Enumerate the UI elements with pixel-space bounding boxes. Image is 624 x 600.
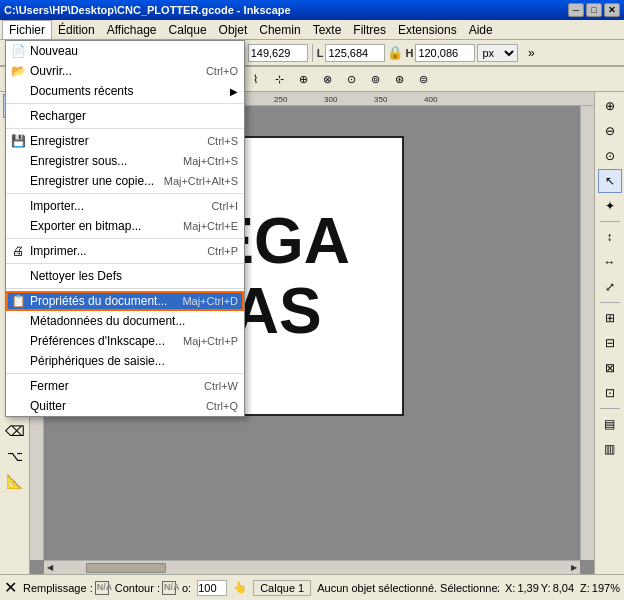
scrollbar-vertical[interactable] — [580, 106, 594, 560]
menu-item-exporter[interactable]: Exporter en bitmap...Maj+Ctrl+E — [6, 216, 244, 236]
menu-item-docs_recents[interactable]: Documents récents▶ — [6, 81, 244, 101]
rt-btn-10[interactable]: ⊟ — [598, 331, 622, 355]
snap-btn-16[interactable]: ⊚ — [364, 69, 386, 89]
title-text: C:\Users\HP\Desktop\CNC_PLOTTER.gcode - … — [4, 4, 291, 16]
snap-btn-17[interactable]: ⊛ — [388, 69, 410, 89]
menu-item-ouvrir[interactable]: 📂Ouvrir...Ctrl+O — [6, 61, 244, 81]
menu-item-metadonnees[interactable]: Métadonnées du document... — [6, 311, 244, 331]
width-input[interactable] — [325, 44, 385, 62]
menu-icon-proprietes: 📋 — [10, 294, 26, 308]
fill-na-text: N/A — [97, 582, 113, 592]
snap-btn-13[interactable]: ⊕ — [292, 69, 314, 89]
menu-affichage[interactable]: Affichage — [101, 21, 163, 39]
opacity-label: o: — [182, 582, 191, 594]
unit-selector[interactable]: px mm cm in — [477, 44, 518, 62]
menu-item-enregistrer_sous[interactable]: Enregistrer sous...Maj+Ctrl+S — [6, 151, 244, 171]
ruler-tick-label: 250 — [274, 95, 287, 104]
scroll-thumb-h[interactable] — [86, 563, 166, 573]
height-input[interactable] — [415, 44, 475, 62]
y-input[interactable] — [248, 44, 308, 62]
rt-btn-4[interactable]: ↖ — [598, 169, 622, 193]
eraser-tool[interactable]: ⌫ — [3, 419, 27, 443]
menu-item-fermer[interactable]: FermerCtrl+W — [6, 376, 244, 396]
menu-item-quitter[interactable]: QuitterCtrl+Q — [6, 396, 244, 416]
menu-item-enregistrer_copie[interactable]: Enregistrer une copie...Maj+Ctrl+Alt+S — [6, 171, 244, 191]
menu-label-enregistrer: Enregistrer — [30, 134, 89, 148]
menu-chemin[interactable]: Chemin — [253, 21, 306, 39]
status-x-label: X: — [505, 582, 515, 594]
ruler-tick-label: 400 — [424, 95, 437, 104]
menu-label-recharger: Recharger — [30, 109, 86, 123]
menu-separator — [6, 238, 244, 239]
rt-btn-11[interactable]: ⊠ — [598, 356, 622, 380]
stroke-swatch[interactable]: N/A — [162, 581, 176, 595]
file-dropdown-menu: 📄Nouveau📂Ouvrir...Ctrl+ODocuments récent… — [5, 40, 245, 417]
rt-btn-14[interactable]: ▥ — [598, 437, 622, 461]
connector-tool[interactable]: ⌥ — [3, 444, 27, 468]
snap-btn-18[interactable]: ⊜ — [412, 69, 434, 89]
menu-item-peripheriques[interactable]: Périphériques de saisie... — [6, 351, 244, 371]
menu-item-importer[interactable]: Importer...Ctrl+I — [6, 196, 244, 216]
fill-swatch[interactable]: N/A — [95, 581, 109, 595]
menu-filtres[interactable]: Filtres — [347, 21, 392, 39]
menu-item-preferences[interactable]: Préférences d'Inkscape...Maj+Ctrl+P — [6, 331, 244, 351]
menu-label-ouvrir: Ouvrir... — [30, 64, 72, 78]
menu-item-recharger[interactable]: Recharger — [6, 106, 244, 126]
scroll-left-arrow[interactable]: ◀ — [44, 562, 56, 573]
rt-btn-13[interactable]: ▤ — [598, 412, 622, 436]
menu-aide[interactable]: Aide — [463, 21, 499, 39]
menu-item-nouveau[interactable]: 📄Nouveau — [6, 41, 244, 61]
opacity-input[interactable] — [197, 580, 227, 596]
rt-btn-9[interactable]: ⊞ — [598, 306, 622, 330]
more-options-button[interactable]: » — [520, 42, 542, 64]
stroke-na-text: N/A — [164, 582, 180, 592]
rt-btn-1[interactable]: ⊕ — [598, 94, 622, 118]
menu-separator — [6, 373, 244, 374]
menu-bar: Fichier Édition Affichage Calque Objet C… — [0, 20, 624, 40]
menu-objet[interactable]: Objet — [213, 21, 254, 39]
close-button[interactable]: ✕ — [604, 3, 620, 17]
menu-item-nettoyer[interactable]: Nettoyer les Defs — [6, 266, 244, 286]
status-bar: ✕ Remplissage : N/A Contour : N/A o: 👆 C… — [0, 574, 624, 600]
status-cross-icon[interactable]: ✕ — [4, 578, 17, 597]
snap-btn-15[interactable]: ⊙ — [340, 69, 362, 89]
menu-label-fermer: Fermer — [30, 379, 69, 393]
menu-label-enregistrer_copie: Enregistrer une copie... — [30, 174, 154, 188]
rt-btn-7[interactable]: ↔ — [598, 250, 622, 274]
lock-icon[interactable]: 🔒 — [387, 45, 403, 60]
menu-shortcut-preferences: Maj+Ctrl+P — [183, 335, 238, 347]
menu-arrow-docs_recents: ▶ — [230, 86, 238, 97]
rt-btn-3[interactable]: ⊙ — [598, 144, 622, 168]
menu-calque[interactable]: Calque — [163, 21, 213, 39]
snap-btn-14[interactable]: ⊗ — [316, 69, 338, 89]
rt-separator-2 — [600, 302, 620, 303]
snap-btn-12[interactable]: ⊹ — [268, 69, 290, 89]
rt-btn-2[interactable]: ⊖ — [598, 119, 622, 143]
menu-edition[interactable]: Édition — [52, 21, 101, 39]
rt-btn-12[interactable]: ⊡ — [598, 381, 622, 405]
layer-badge[interactable]: Calque 1 — [253, 580, 311, 596]
rt-btn-5[interactable]: ✦ — [598, 194, 622, 218]
scrollbar-horizontal[interactable]: ◀ ▶ — [44, 560, 580, 574]
measure-tool[interactable]: 📐 — [3, 469, 27, 493]
rt-btn-8[interactable]: ⤢ — [598, 275, 622, 299]
maximize-button[interactable]: □ — [586, 3, 602, 17]
menu-item-imprimer[interactable]: 🖨Imprimer...Ctrl+P — [6, 241, 244, 261]
snap-btn-11[interactable]: ⌇ — [244, 69, 266, 89]
rt-btn-6[interactable]: ↕ — [598, 225, 622, 249]
right-toolbar: ⊕ ⊖ ⊙ ↖ ✦ ↕ ↔ ⤢ ⊞ ⊟ ⊠ ⊡ ▤ ▥ — [594, 92, 624, 574]
menu-label-docs_recents: Documents récents — [30, 84, 133, 98]
menu-fichier[interactable]: Fichier — [2, 20, 52, 39]
width-group: L — [317, 44, 386, 62]
menu-label-peripheriques: Périphériques de saisie... — [30, 354, 165, 368]
menu-shortcut-proprietes: Maj+Ctrl+D — [182, 295, 238, 307]
menu-item-proprietes[interactable]: 📋Propriétés du document...Maj+Ctrl+D — [6, 291, 244, 311]
menu-extensions[interactable]: Extensions — [392, 21, 463, 39]
zoom-display: Z: 197% — [580, 582, 620, 594]
menu-item-enregistrer[interactable]: 💾EnregistrerCtrl+S — [6, 131, 244, 151]
minimize-button[interactable]: ─ — [568, 3, 584, 17]
menu-texte[interactable]: Texte — [307, 21, 348, 39]
menu-shortcut-fermer: Ctrl+W — [204, 380, 238, 392]
scroll-right-arrow[interactable]: ▶ — [568, 562, 580, 573]
status-y-value: 8,04 — [553, 582, 574, 594]
